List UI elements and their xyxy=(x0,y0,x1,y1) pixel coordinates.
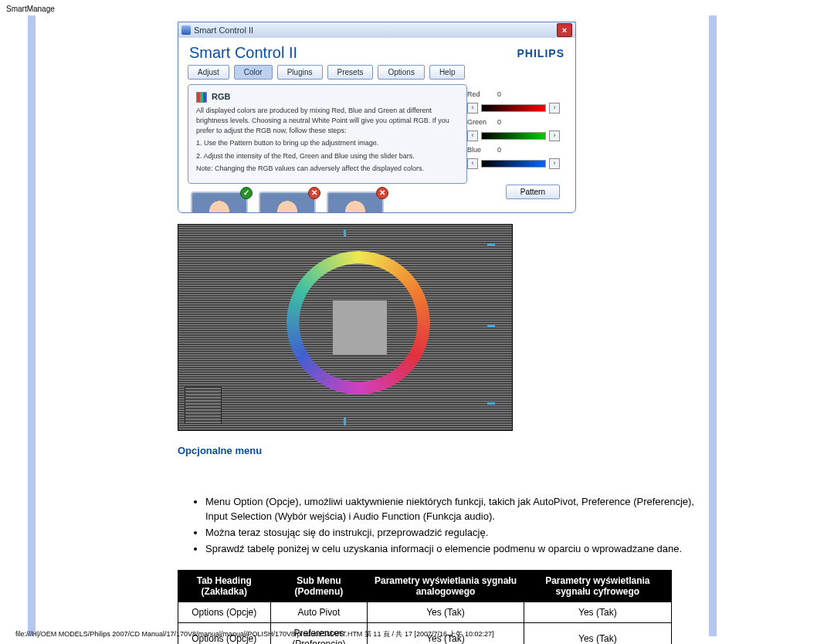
bullet-1: Menu Option (Opcje), umożliwi uaktywnien… xyxy=(205,495,703,524)
slider-blue-dec[interactable]: ‹ xyxy=(467,158,478,169)
slider-green-value: 0 xyxy=(492,118,501,126)
th-sub: Sub Menu (Podmenu) xyxy=(270,571,368,602)
tab-presets[interactable]: Presets xyxy=(327,65,374,80)
panel-step2: 2. Adjust the intensity of the Red, Gree… xyxy=(196,151,459,161)
tick-top xyxy=(344,229,346,237)
cell: Auto Pivot xyxy=(270,602,368,623)
slider-green-inc[interactable]: › xyxy=(549,130,560,141)
th-digital: Parametry wyświetlania sygnału cyfrowego xyxy=(524,571,671,602)
bullet-3: Sprawdź tabelę poniżej w celu uzyskania … xyxy=(205,542,703,557)
preview-thumb-1[interactable]: ✓ xyxy=(191,192,248,213)
panel-note: Note: Changing the RGB values can advers… xyxy=(196,164,459,174)
close-icon[interactable]: × xyxy=(557,23,572,37)
tab-bar: Adjust Color Plugins Presets Options Hel… xyxy=(178,65,575,84)
slider-green-track[interactable] xyxy=(481,132,546,140)
tab-help[interactable]: Help xyxy=(429,65,466,80)
table-header-row: Tab Heading (Zakładka) Sub Menu (Podmenu… xyxy=(178,571,672,602)
x-icon: ✕ xyxy=(376,187,388,199)
slider-red-dec[interactable]: ‹ xyxy=(467,103,478,114)
tick-bottom xyxy=(344,418,346,425)
preview-thumb-3[interactable]: ✕ xyxy=(327,192,384,213)
app-title: Smart Control II xyxy=(189,44,297,62)
rgb-sliders: Red 0 ‹ › Green 0 ‹ › Blue xyxy=(467,90,560,174)
gray-square xyxy=(333,300,387,354)
bullet-2: Można teraz stosując się do instrukcji, … xyxy=(205,526,703,541)
cell: Options (Opcje) xyxy=(178,602,271,623)
x-icon: ✕ xyxy=(308,187,320,199)
slider-green-dec[interactable]: ‹ xyxy=(467,130,478,141)
page-header: SmartManage xyxy=(6,5,55,13)
slider-blue-track[interactable] xyxy=(481,160,546,168)
slider-red-label: Red xyxy=(467,90,489,98)
decor-left-bar xyxy=(28,15,36,636)
tick-right-top xyxy=(487,243,495,246)
pattern-button[interactable]: Pattern xyxy=(506,185,560,199)
table-row: Options (Opcje) Auto Pivot Yes (Tak) Yes… xyxy=(178,602,672,623)
brand-logo: PHILIPS xyxy=(517,47,564,59)
preview-thumb-2[interactable]: ✕ xyxy=(259,192,316,213)
tab-color[interactable]: Color xyxy=(234,65,273,80)
swatch-grid xyxy=(185,387,222,424)
th-analog: Parametry wyświetlania sygnału analogowe… xyxy=(368,571,524,602)
cell: Yes (Tak) xyxy=(368,602,524,623)
slider-blue-label: Blue xyxy=(467,146,489,154)
slider-blue-inc[interactable]: › xyxy=(549,158,560,169)
tab-options[interactable]: Options xyxy=(378,65,424,80)
smartcontrol-dialog: Smart Control II × Smart Control II PHIL… xyxy=(178,22,576,213)
slider-red-value: 0 xyxy=(492,90,501,98)
decor-right-bar xyxy=(709,15,717,636)
window-title: Smart Control II xyxy=(194,25,253,35)
panel-step1: 1. Use the Pattern button to bring up th… xyxy=(196,138,459,148)
app-icon xyxy=(181,25,191,35)
panel-desc: All displayed colors are produced by mix… xyxy=(196,106,459,135)
cell: Yes (Tak) xyxy=(524,623,671,644)
cell: Yes (Tak) xyxy=(524,602,671,623)
section-heading: Opcjonalne menu xyxy=(178,445,703,456)
tick-right-bot xyxy=(487,402,495,405)
rgb-icon xyxy=(196,92,207,103)
footer-path: file:///H|/OEM MODELS/Philips 2007/CD Ma… xyxy=(15,629,493,639)
th-tab: Tab Heading (Zakładka) xyxy=(178,571,271,602)
slider-green-label: Green xyxy=(467,118,489,126)
panel-title: RGB xyxy=(212,91,230,103)
tab-adjust[interactable]: Adjust xyxy=(188,65,229,80)
slider-red-inc[interactable]: › xyxy=(549,103,560,114)
check-icon: ✓ xyxy=(240,187,253,199)
slider-blue-value: 0 xyxy=(492,146,501,154)
calibration-test-pattern xyxy=(178,224,513,431)
bullet-list: Menu Option (Opcje), umożliwi uaktywnien… xyxy=(205,495,703,556)
tick-right-mid xyxy=(487,325,495,327)
tab-plugins[interactable]: Plugins xyxy=(277,65,323,80)
slider-red-track[interactable] xyxy=(481,104,546,112)
